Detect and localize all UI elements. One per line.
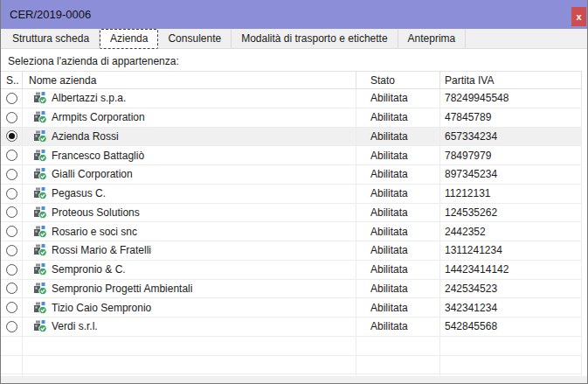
- column-header-nome-azienda[interactable]: Nome azienda: [23, 72, 356, 88]
- piva-cell: 78249945548: [440, 89, 582, 108]
- piva-cell: 11212131: [440, 185, 582, 203]
- name-cell: Verdi s.r.l.: [23, 318, 356, 336]
- table-row[interactable]: Proteous SolutionsAbilitata124535262: [1, 204, 582, 223]
- piva-cell: 78497979: [440, 146, 582, 164]
- tab-azienda[interactable]: Azienda: [100, 29, 158, 49]
- status-cell: Abilitata: [356, 185, 440, 203]
- company-radio[interactable]: [6, 112, 17, 123]
- empty-cell: [1, 374, 23, 376]
- company-radio[interactable]: [6, 188, 17, 199]
- company-status: Abilitata: [370, 320, 408, 332]
- tab-content-azienda: Seleziona l'azienda di appartenenza: S..…: [1, 49, 587, 383]
- company-radio[interactable]: [6, 264, 17, 276]
- table-row[interactable]: Rossi Mario & FratelliAbilitata131124123…: [1, 241, 582, 261]
- dialog-window: CER/2019-0006 x Struttura scheda Azienda…: [0, 0, 588, 384]
- selection-cell: [1, 165, 23, 184]
- name-cell: Pegasus C.: [23, 185, 356, 203]
- name-cell: Albertazzi s.p.a.: [23, 89, 356, 108]
- company-piva: 14423414142: [445, 263, 508, 276]
- company-radio[interactable]: [6, 206, 17, 218]
- empty-cell: [23, 356, 356, 374]
- tab-consulente[interactable]: Consulente: [158, 29, 232, 48]
- company-piva: 1311241234: [445, 244, 502, 256]
- table-body: Albertazzi s.p.a.Abilitata78249945548Arm…: [1, 89, 582, 376]
- name-cell: Rossi Mario & Fratelli: [23, 241, 356, 260]
- company-radio[interactable]: [6, 302, 17, 313]
- selection-cell: [1, 261, 23, 279]
- column-header-stato[interactable]: Stato: [356, 72, 440, 88]
- tab-modalita-trasporto[interactable]: Modalità di trasporto e etichette: [232, 29, 398, 48]
- column-header-partita-iva[interactable]: Partita IVA: [440, 72, 582, 88]
- table-row[interactable]: Francesco BattagliòAbilitata78497979: [1, 146, 582, 165]
- table-row[interactable]: Tizio Caio SempronioAbilitata342341234: [1, 298, 582, 318]
- company-piva: 78249945548: [445, 92, 508, 104]
- piva-cell: 14423414142: [440, 261, 582, 279]
- table-row[interactable]: Azienda RossiAbilitata657334234: [1, 128, 582, 147]
- company-status: Abilitata: [370, 226, 408, 238]
- status-cell: Abilitata: [356, 318, 440, 336]
- close-button[interactable]: x: [571, 7, 586, 26]
- table-row[interactable]: Rosario e soci sncAbilitata2442352: [1, 222, 582, 241]
- column-header-selection[interactable]: S..: [1, 72, 23, 88]
- company-radio[interactable]: [6, 283, 17, 294]
- company-verified-icon: [33, 129, 52, 143]
- status-cell: Abilitata: [356, 108, 440, 127]
- company-verified-icon: [33, 225, 52, 239]
- status-cell: Abilitata: [356, 165, 440, 184]
- company-piva: 2442352: [445, 226, 486, 238]
- title-bar[interactable]: CER/2019-0006 x: [1, 0, 587, 29]
- company-radio[interactable]: [6, 169, 17, 180]
- company-radio[interactable]: [6, 226, 17, 237]
- tab-struttura-scheda[interactable]: Struttura scheda: [3, 29, 100, 48]
- company-name: Albertazzi s.p.a.: [52, 92, 126, 104]
- tab-anteprima[interactable]: Anteprima: [398, 29, 467, 48]
- table-row[interactable]: Pegasus C.Abilitata11212131: [1, 185, 582, 204]
- company-piva: 78497979: [445, 150, 491, 162]
- company-status: Abilitata: [370, 130, 408, 143]
- name-cell: Sempronio & C.: [23, 261, 356, 279]
- empty-cell: [356, 337, 440, 355]
- company-verified-icon: [33, 110, 52, 124]
- piva-cell: 47845789: [440, 108, 582, 127]
- empty-cell: [440, 337, 582, 355]
- company-radio[interactable]: [6, 321, 17, 332]
- table-row[interactable]: Armpits CorporationAbilitata47845789: [1, 108, 582, 128]
- empty-cell: [1, 356, 23, 374]
- table-row[interactable]: Gialli CorporationAbilitata897345234: [1, 165, 582, 185]
- empty-row: [1, 374, 582, 376]
- name-cell: Azienda Rossi: [23, 128, 356, 146]
- company-name: Sempronio Progetti Ambientali: [52, 283, 192, 295]
- company-verified-icon: [33, 167, 52, 181]
- company-name: Sempronio & C.: [52, 263, 126, 276]
- table-row[interactable]: Sempronio Progetti AmbientaliAbilitata24…: [1, 280, 582, 299]
- company-verified-icon: [33, 149, 52, 163]
- company-verified-icon: [33, 206, 52, 220]
- company-name: Azienda Rossi: [52, 130, 119, 143]
- tab-bar: Struttura scheda Azienda Consulente Moda…: [1, 29, 587, 49]
- selection-cell: [1, 128, 23, 146]
- company-radio[interactable]: [6, 130, 17, 142]
- company-name: Rossi Mario & Fratelli: [52, 244, 151, 256]
- company-name: Armpits Corporation: [52, 111, 145, 123]
- status-cell: Abilitata: [356, 128, 440, 146]
- company-piva: 11212131: [445, 187, 491, 199]
- company-radio[interactable]: [6, 245, 17, 256]
- table-row[interactable]: Sempronio & C.Abilitata14423414142: [1, 261, 582, 280]
- window-title: CER/2019-0006: [10, 0, 91, 29]
- company-name: Tizio Caio Sempronio: [52, 302, 151, 314]
- company-table: S.. Nome azienda Stato Partita IVA Alber…: [1, 71, 582, 376]
- name-cell: Proteous Solutions: [23, 204, 356, 222]
- selection-cell: [1, 222, 23, 241]
- name-cell: Armpits Corporation: [23, 108, 356, 127]
- status-cell: Abilitata: [356, 241, 440, 260]
- table-header: S.. Nome azienda Stato Partita IVA: [1, 72, 582, 89]
- company-radio[interactable]: [6, 150, 17, 161]
- selection-cell: [1, 108, 23, 127]
- company-verified-icon: [33, 91, 52, 105]
- piva-cell: 242534523: [440, 280, 582, 298]
- company-radio[interactable]: [6, 93, 17, 104]
- table-row[interactable]: Verdi s.r.l.Abilitata542845568: [1, 318, 582, 337]
- table-row[interactable]: Albertazzi s.p.a.Abilitata78249945548: [1, 89, 582, 108]
- company-verified-icon: [33, 282, 52, 296]
- company-status: Abilitata: [370, 111, 408, 123]
